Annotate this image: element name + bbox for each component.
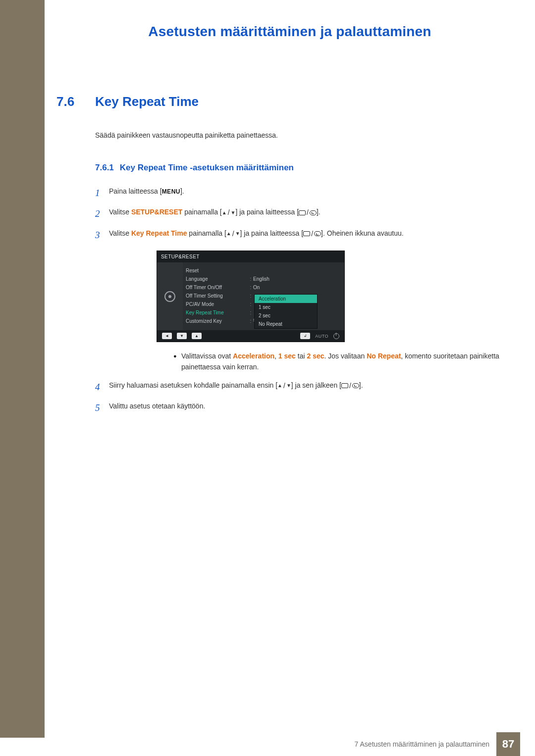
highlight-1sec: 1 sec bbox=[278, 352, 296, 360]
power-icon bbox=[333, 333, 339, 339]
subsection-number: 7.6.1 bbox=[95, 163, 114, 173]
step-4: 4 Siirry haluamasi asetuksen kohdalle pa… bbox=[95, 380, 501, 395]
step-body: Valitse SETUP&RESET painamalla [▲/▼] ja … bbox=[109, 206, 501, 218]
osd-down-icon: ▼ bbox=[177, 333, 187, 339]
step-text: ]. bbox=[317, 208, 321, 216]
osd-colon: : bbox=[248, 310, 253, 315]
menu-label: MENU bbox=[162, 188, 180, 195]
section-heading: 7.6 Key Repeat Time bbox=[56, 94, 501, 109]
osd-enter-icon: ↲ bbox=[300, 333, 310, 339]
footer-page-number: 87 bbox=[496, 732, 520, 756]
bullet-text: Valittavissa ovat Acceleration, 1 sec ta… bbox=[181, 351, 501, 372]
osd-option-2sec: 2 sec bbox=[255, 311, 317, 320]
osd-colon: : bbox=[248, 285, 253, 290]
left-sidebar-stripe bbox=[0, 0, 45, 738]
osd-key: Language bbox=[186, 276, 248, 282]
step-number: 4 bbox=[95, 380, 109, 395]
highlight-acceleration: Acceleration bbox=[233, 352, 274, 360]
chapter-title: Asetusten määrittäminen ja palauttaminen bbox=[45, 24, 535, 40]
bullet-text-part: Valittavissa ovat bbox=[181, 352, 233, 360]
step-text: ]. Oheinen ikkuna avautuu. bbox=[321, 229, 404, 237]
step-text: Valitse bbox=[109, 229, 131, 237]
footer-spacer bbox=[520, 732, 535, 756]
step-1: 1 Paina laitteessa [MENU]. bbox=[95, 186, 501, 201]
highlight-setup-reset: SETUP&RESET bbox=[131, 208, 182, 216]
section-title: Key Repeat Time bbox=[95, 94, 199, 109]
bullet-text-part: tai bbox=[296, 352, 307, 360]
select-enter-icon: / bbox=[341, 380, 359, 391]
select-enter-icon: / bbox=[303, 228, 321, 239]
osd-screenshot: SETUP&RESET Reset Language:English Off T… bbox=[157, 251, 501, 342]
step-number: 1 bbox=[95, 186, 109, 201]
osd-key: Customized Key bbox=[186, 318, 248, 324]
osd-sidebar bbox=[157, 262, 183, 330]
up-down-icon: ▲/▼ bbox=[277, 380, 291, 391]
osd-header: SETUP&RESET bbox=[157, 251, 344, 262]
step-body: Valittu asetus otetaan käyttöön. bbox=[109, 401, 501, 411]
osd-auto-label: AUTO bbox=[315, 334, 328, 339]
section-number: 7.6 bbox=[56, 94, 95, 109]
step-text: ]. bbox=[359, 381, 363, 389]
subsection-heading: 7.6.1 Key Repeat Time -asetuksen määritt… bbox=[95, 163, 501, 173]
steps-list: 1 Paina laitteessa [MENU]. 2 Valitse SET… bbox=[95, 186, 501, 415]
osd-back-icon: ◄ bbox=[162, 333, 172, 339]
osd-footer: ◄ ▼ ▲ ↲ AUTO bbox=[157, 330, 344, 342]
osd-colon: : bbox=[248, 318, 253, 324]
step-3: 3 Valitse Key Repeat Time painamalla [▲/… bbox=[95, 228, 501, 243]
osd-dropdown: Acceleration 1 sec 2 sec No Repeat bbox=[254, 294, 318, 329]
footer-text: 7 Asetusten määrittäminen ja palauttamin… bbox=[355, 740, 489, 748]
step-2: 2 Valitse SETUP&RESET painamalla [▲/▼] j… bbox=[95, 206, 501, 221]
section-intro: Säädä painikkeen vastausnopeutta painike… bbox=[95, 131, 501, 139]
osd-option-1sec: 1 sec bbox=[255, 303, 317, 311]
osd-value: On bbox=[253, 285, 339, 290]
step-number: 5 bbox=[95, 401, 109, 415]
step-text: Valitse bbox=[109, 208, 131, 216]
subsection-title: Key Repeat Time -asetuksen määrittäminen bbox=[120, 163, 294, 173]
step-text: ] ja paina laitteessa [ bbox=[235, 208, 299, 216]
bullet-text-part: . Jos valitaan bbox=[324, 352, 367, 360]
step-text: ] ja paina laitteessa [ bbox=[240, 229, 304, 237]
osd-key: PC/AV Mode bbox=[186, 302, 248, 307]
osd-colon: : bbox=[248, 302, 253, 307]
osd-row-language: Language:English bbox=[186, 275, 339, 283]
step-text: painamalla [ bbox=[187, 229, 226, 237]
gear-icon bbox=[164, 291, 175, 302]
step-number: 2 bbox=[95, 206, 109, 221]
page-content: Asetusten määrittäminen ja palauttaminen… bbox=[45, 0, 535, 421]
osd-main: Reset Language:English Off Timer On/Off:… bbox=[183, 262, 344, 330]
osd-colon: : bbox=[248, 276, 253, 282]
up-down-icon: ▲/▼ bbox=[226, 228, 240, 239]
highlight-norepeat: No Repeat bbox=[367, 352, 401, 360]
osd-option-norepeat: No Repeat bbox=[255, 320, 317, 328]
step-text: ] ja sen jälkeen [ bbox=[291, 381, 341, 389]
bullet-note: ● Valittavissa ovat Acceleration, 1 sec … bbox=[173, 351, 501, 372]
osd-key: Key Repeat Time bbox=[186, 310, 248, 315]
osd-key: Off Timer On/Off bbox=[186, 285, 248, 290]
up-down-icon: ▲/▼ bbox=[222, 207, 236, 218]
step-text: ]. bbox=[180, 187, 184, 195]
step-text: Siirry haluamasi asetuksen kohdalle pain… bbox=[109, 381, 277, 389]
step-5: 5 Valittu asetus otetaan käyttöön. bbox=[95, 401, 501, 415]
highlight-2sec: 2 sec bbox=[307, 352, 324, 360]
highlight-key-repeat: Key Repeat Time bbox=[131, 229, 187, 237]
step-body: Siirry haluamasi asetuksen kohdalle pain… bbox=[109, 380, 501, 391]
step-body: Paina laitteessa [MENU]. bbox=[109, 186, 501, 197]
select-enter-icon: / bbox=[299, 207, 317, 218]
osd-key: Reset bbox=[186, 268, 248, 273]
bullet-text-part: , bbox=[274, 352, 278, 360]
osd-colon: : bbox=[248, 293, 253, 299]
osd-option-acceleration: Acceleration bbox=[255, 295, 317, 303]
osd-up-icon: ▲ bbox=[192, 333, 202, 339]
step-text: Paina laitteessa [ bbox=[109, 187, 162, 195]
step-body: Valitse Key Repeat Time painamalla [▲/▼]… bbox=[109, 228, 501, 239]
step-number: 3 bbox=[95, 228, 109, 243]
step-text: painamalla [ bbox=[182, 208, 221, 216]
osd-value: English bbox=[253, 276, 339, 282]
osd-key: Off Timer Setting bbox=[186, 293, 248, 299]
osd-row-offtimer-onoff: Off Timer On/Off:On bbox=[186, 283, 339, 292]
osd-row-reset: Reset bbox=[186, 266, 339, 275]
page-footer: 7 Asetusten määrittäminen ja palauttamin… bbox=[0, 732, 535, 756]
bullet-dot-icon: ● bbox=[173, 351, 176, 372]
